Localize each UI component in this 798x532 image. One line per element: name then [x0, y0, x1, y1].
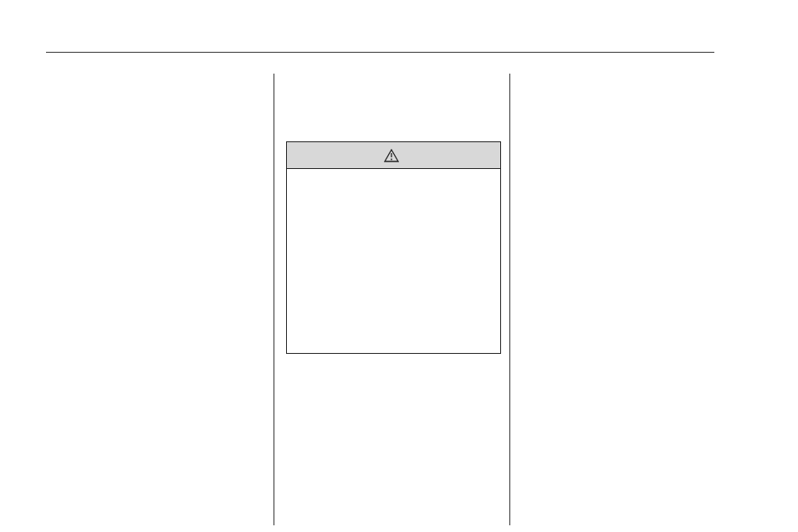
caution-body-text [287, 169, 500, 186]
svg-point-2 [391, 158, 392, 160]
column-divider-right [509, 74, 510, 525]
caution-box [286, 141, 501, 354]
warning-triangle-icon [384, 149, 399, 162]
column-divider-left [274, 74, 274, 525]
caution-header [287, 142, 500, 169]
top-horizontal-rule [46, 52, 714, 53]
